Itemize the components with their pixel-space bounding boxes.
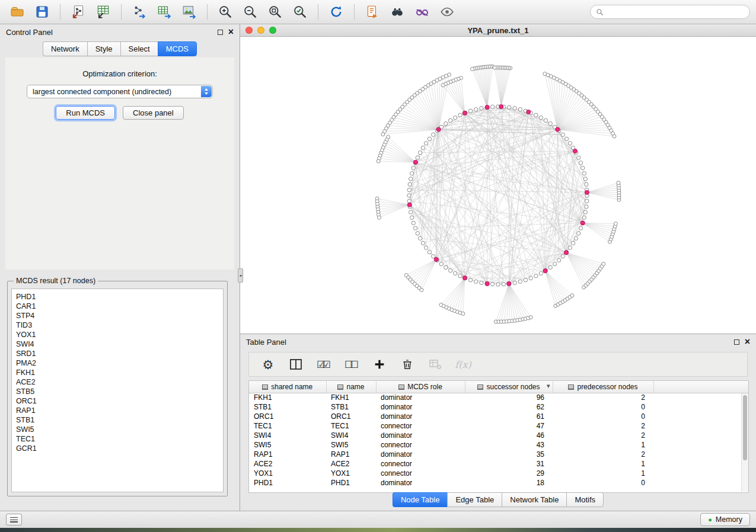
column-header-predecessor-nodes[interactable]: predecessor nodes [553,381,653,393]
table-cell[interactable]: SWI4 [249,431,326,440]
tab-edge-table[interactable]: Edge Table [447,492,502,507]
table-cell[interactable] [653,421,748,431]
search-input[interactable] [607,8,744,16]
window-minimize-icon[interactable] [257,27,264,34]
select-all-button[interactable]: ☑☑ [315,356,332,373]
table-cell[interactable]: ORC1 [249,412,326,421]
table-cell[interactable]: STB1 [249,402,326,412]
table-cell[interactable] [653,450,748,459]
create-column-button[interactable] [371,356,388,373]
mcds-result-item[interactable]: RAP1 [16,406,219,415]
export-image-button[interactable] [178,2,200,21]
table-row[interactable]: SWI5SWI5connector431 [249,440,748,450]
optimization-criterion-select[interactable]: largest connected component (undirected) [27,85,213,98]
table-cell[interactable]: connector [376,440,465,450]
table-cell[interactable]: ACE2 [326,459,376,469]
table-scrollbar-thumb[interactable] [743,395,747,460]
table-cell[interactable]: SWI4 [326,431,376,440]
export-table-button[interactable] [153,2,176,21]
table-cell[interactable]: TEC1 [249,421,326,431]
table-row[interactable]: FKH1FKH1dominator962 [249,393,748,402]
table-scrollbar[interactable] [741,393,748,492]
mcds-result-item[interactable]: ACE2 [16,377,219,387]
mcds-result-item[interactable]: TID3 [16,321,219,330]
table-cell[interactable]: 1 [553,440,653,450]
table-cell[interactable]: 31 [465,459,553,469]
table-cell[interactable] [653,412,748,421]
import-network-button[interactable] [67,2,90,21]
table-row[interactable]: TEC1TEC1connector472 [249,421,748,431]
zoom-fit-button[interactable] [264,2,286,21]
tab-motifs[interactable]: Motifs [566,492,604,507]
zoom-in-button[interactable] [214,2,237,21]
mcds-result-item[interactable]: CAR1 [16,302,219,311]
table-cell[interactable]: 43 [465,440,553,450]
export-network-button[interactable] [128,2,151,21]
table-cell[interactable] [653,469,748,478]
column-header-mcds-role[interactable]: MCDS role [376,381,465,393]
table-cell[interactable]: SWI5 [326,440,376,450]
window-close-icon[interactable] [245,27,253,34]
table-cell[interactable]: TEC1 [326,421,376,431]
table-cell[interactable]: dominator [376,450,465,459]
task-history-button[interactable] [6,514,22,525]
table-cell[interactable]: 0 [553,478,653,488]
table-cell[interactable]: dominator [376,412,465,421]
mcds-result-item[interactable]: STP4 [16,311,219,321]
table-cell[interactable]: SWI5 [249,440,326,450]
sort-dropdown-icon[interactable]: ▾ [547,382,550,390]
table-cell[interactable]: STB1 [326,402,376,412]
mcds-result-item[interactable]: STB1 [16,415,219,425]
table-cell[interactable] [653,393,748,402]
table-cell[interactable]: FKH1 [326,393,376,402]
table-row[interactable]: STB1STB1dominator620 [249,402,748,412]
table-cell[interactable]: 2 [553,431,653,440]
column-header-shared-name[interactable]: shared name [249,381,326,393]
mcds-result-item[interactable]: STB5 [16,387,219,396]
table-cell[interactable]: 2 [553,421,653,431]
save-session-button[interactable] [31,2,53,21]
table-cell[interactable] [653,402,748,412]
mcds-result-list[interactable]: PHD1CAR1STP4TID3YOX1SWI4SRD1PMA2FKH1ACE2… [11,289,224,492]
table-cell[interactable]: ORC1 [326,412,376,421]
table-cell[interactable]: 29 [465,469,553,478]
table-cell[interactable]: connector [376,469,465,478]
table-cell[interactable]: ACE2 [249,459,326,469]
zoom-selected-button[interactable] [289,2,311,21]
deselect-all-button[interactable]: ☐☐ [343,356,360,373]
table-row[interactable]: YOX1YOX1connector291 [249,469,748,478]
mcds-result-item[interactable]: SRD1 [16,349,219,358]
window-zoom-icon[interactable] [269,27,276,34]
table-cell[interactable]: 0 [553,402,653,412]
tab-select[interactable]: Select [120,41,158,56]
mcds-result-item[interactable]: SWI5 [16,425,219,434]
table-cell[interactable]: 1 [553,459,653,469]
first-neighbors-button[interactable] [386,2,409,21]
mcds-result-item[interactable]: YOX1 [16,330,219,339]
table-cell[interactable]: YOX1 [326,469,376,478]
mcds-result-item[interactable]: SWI4 [16,339,219,349]
table-cell[interactable]: FKH1 [249,393,326,402]
table-cell[interactable]: 35 [465,450,553,459]
table-row[interactable]: SWI4SWI4dominator462 [249,431,748,440]
table-cell[interactable]: RAP1 [249,450,326,459]
table-cell[interactable]: dominator [376,431,465,440]
table-cell[interactable]: 2 [553,450,653,459]
memory-button[interactable]: ● Memory [700,513,750,526]
column-header-successor-nodes[interactable]: successor nodes▾ [465,381,553,393]
table-cell[interactable] [653,431,748,440]
table-cell[interactable]: dominator [376,478,465,488]
tab-mcds[interactable]: MCDS [158,41,197,56]
delete-column-button[interactable] [399,356,416,373]
table-cell[interactable] [653,459,748,469]
table-cell[interactable]: PHD1 [249,478,326,488]
table-cell[interactable]: 96 [465,393,553,402]
table-cell[interactable]: 0 [553,412,653,421]
table-cell[interactable]: 2 [553,393,653,402]
tab-node-table[interactable]: Node Table [393,492,448,507]
apply-style-button[interactable] [361,2,384,21]
table-cell[interactable]: YOX1 [249,469,326,478]
close-panel-icon[interactable]: × [228,27,234,37]
mcds-result-item[interactable]: GCR1 [16,444,219,453]
table-cell[interactable]: 46 [465,431,553,440]
